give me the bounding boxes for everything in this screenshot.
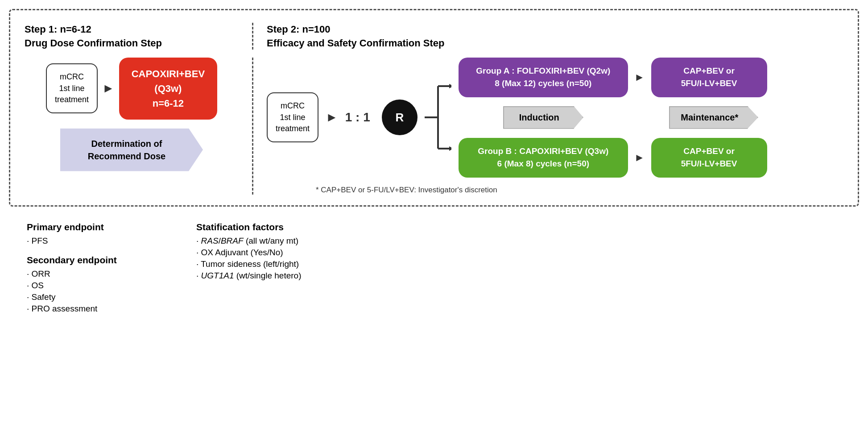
- maint-a-box: CAP+BEV or 5FU/l-LV+BEV: [651, 58, 767, 97]
- group-b-line1: Group B : CAPOXIRI+BEV (Q3w): [469, 145, 617, 158]
- step-divider: [252, 58, 253, 195]
- arrow-a: ►: [634, 71, 645, 83]
- group-b-line2: 6 (Max 8) cycles (n=50): [469, 158, 617, 170]
- bottom-info: Primary endpoint · PFS Secondary endpoin…: [9, 217, 859, 320]
- capoxiri-line1: CAPOXIRI+BEV: [132, 66, 205, 81]
- recommend-line2: Recommend Dose: [88, 150, 166, 162]
- trial-diagram: Step 1: n=6-12 Drug Dose Confirmation St…: [9, 9, 859, 207]
- capoxiri-line3: n=6-12: [132, 96, 205, 111]
- steps-header: Step 1: n=6-12 Drug Dose Confirmation St…: [25, 23, 843, 50]
- maintenance-label: Maintenance*: [669, 106, 758, 129]
- maint-a-line2: 5FU/l-LV+BEV: [662, 77, 756, 90]
- endpoint-section: Primary endpoint · PFS Secondary endpoin…: [27, 222, 169, 315]
- svg-marker-6: [449, 146, 451, 151]
- maint-b-line1: CAP+BEV or: [662, 145, 756, 158]
- labels-row: Induction Maintenance*: [459, 106, 843, 129]
- capoxiri-line2: (Q3w): [132, 81, 205, 96]
- main-container: Step 1: n=6-12 Drug Dose Confirmation St…: [9, 9, 859, 320]
- orr-item: · ORR: [27, 269, 169, 279]
- steps-content: mCRC 1st line treatment ► CAPOXIRI+BEV (…: [25, 58, 843, 195]
- fork-arrows-svg: [425, 73, 451, 162]
- step1-title-line2: Drug Dose Confirmation Step: [25, 37, 239, 50]
- step2-header: Step 2: n=100 Efficacy and Safety Confir…: [267, 23, 843, 50]
- strat-item-3: · Tumor sideness (left/right): [196, 259, 841, 269]
- stratification-section: Statification factors · RAS/BRAF (all wt…: [196, 222, 841, 315]
- group-a-row: Group A : FOLFOXIRI+BEV (Q2w) 8 (Max 12)…: [459, 58, 843, 97]
- step2-title-line1: Step 2: n=100: [267, 23, 843, 37]
- maint-a-line1: CAP+BEV or: [662, 65, 756, 78]
- step1-flow: mCRC 1st line treatment ► CAPOXIRI+BEV (…: [46, 58, 217, 120]
- group-b-row: Group B : CAPOXIRI+BEV (Q3w) 6 (Max 8) c…: [459, 138, 843, 178]
- step2-title-line2: Efficacy and Safety Confirmation Step: [267, 37, 843, 50]
- ras-braf-text: RAS: [201, 236, 219, 245]
- mcrc2-line2: 1st line: [276, 112, 310, 123]
- step1-title-line1: Step 1: n=6-12: [25, 23, 239, 37]
- arrow1: ►: [102, 81, 115, 95]
- step1-section: mCRC 1st line treatment ► CAPOXIRI+BEV (…: [25, 58, 239, 195]
- induction-block: Induction: [459, 106, 628, 129]
- mcrc1-line3: treatment: [55, 94, 89, 105]
- capoxiri-box: CAPOXIRI+BEV (Q3w) n=6-12: [119, 58, 217, 120]
- recommend-dose-box: Determination of Recommend Dose: [60, 129, 203, 171]
- group-a-line1: Group A : FOLFOXIRI+BEV (Q2w): [469, 65, 617, 78]
- strat-item-2: · OX Adjuvant (Yes/No): [196, 248, 841, 257]
- ugt1a1-text: UGT1A1: [201, 271, 234, 280]
- step2-flow: mCRC 1st line treatment ► 1 : 1 R: [267, 58, 843, 178]
- footnote: * CAP+BEV or 5-FU/LV+BEV: Investigator's…: [267, 186, 843, 195]
- braf-text: BRAF: [221, 236, 244, 245]
- group-a-box: Group A : FOLFOXIRI+BEV (Q2w) 8 (Max 12)…: [459, 58, 628, 97]
- pfs-item: · PFS: [27, 236, 169, 246]
- group-a-line2: 8 (Max 12) cycles (n=50): [469, 77, 617, 90]
- group-b-box: Group B : CAPOXIRI+BEV (Q3w) 6 (Max 8) c…: [459, 138, 628, 178]
- randomize-circle: R: [382, 100, 417, 135]
- maint-b-line2: 5FU/l-LV+BEV: [662, 158, 756, 170]
- primary-endpoint-title: Primary endpoint: [27, 222, 169, 232]
- mcrc2-line3: treatment: [276, 123, 310, 134]
- arrow2: ►: [326, 110, 338, 124]
- step2-section: mCRC 1st line treatment ► 1 : 1 R: [267, 58, 843, 195]
- strat-title: Statification factors: [196, 222, 841, 232]
- os-item: · OS: [27, 281, 169, 290]
- mcrc1-line2: 1st line: [55, 83, 89, 94]
- mcrc2-box: mCRC 1st line treatment: [267, 92, 318, 142]
- maintenance-block: Maintenance*: [656, 106, 772, 129]
- pro-item: · PRO assessment: [27, 304, 169, 314]
- ratio-label: 1 : 1: [345, 110, 370, 124]
- secondary-endpoint-title: Secondary endpoint: [27, 255, 169, 266]
- step1-header: Step 1: n=6-12 Drug Dose Confirmation St…: [25, 23, 239, 50]
- arrow-b: ►: [634, 151, 645, 164]
- strat-item-1: · RAS/BRAF (all wt/any mt): [196, 236, 841, 246]
- mcrc1-box: mCRC 1st line treatment: [46, 63, 98, 113]
- induction-label: Induction: [503, 106, 583, 129]
- strat-item-4: · UGT1A1 (wt/single hetero): [196, 271, 841, 281]
- mcrc1-line1: mCRC: [55, 71, 89, 83]
- maint-b-box: CAP+BEV or 5FU/l-LV+BEV: [651, 138, 767, 178]
- randomize-label: R: [395, 111, 404, 124]
- mcrc2-line1: mCRC: [276, 100, 310, 112]
- groups-container: Group A : FOLFOXIRI+BEV (Q2w) 8 (Max 12)…: [459, 58, 843, 178]
- safety-item: · Safety: [27, 292, 169, 302]
- recommend-line1: Determination of: [88, 137, 166, 150]
- svg-marker-5: [449, 84, 451, 88]
